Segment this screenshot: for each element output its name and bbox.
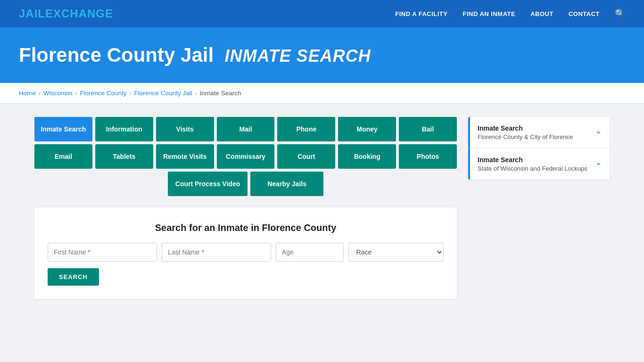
sep-3: › xyxy=(130,90,132,97)
tab-court-process-video[interactable]: Court Process Video xyxy=(168,172,248,196)
tabs-row2: Email Tablets Remote Visits Commissary C… xyxy=(34,144,457,169)
search-button[interactable]: SEARCH xyxy=(48,268,99,286)
breadcrumb-florence-county-jail[interactable]: Florence County Jail xyxy=(134,90,192,97)
tab-tablets[interactable]: Tablets xyxy=(95,144,153,169)
breadcrumb: Home › Wisconsin › Florence County › Flo… xyxy=(0,83,644,104)
sidebar-item-2-subtitle: State of Wisconsin and Federal Lockups xyxy=(478,165,587,172)
last-name-input[interactable] xyxy=(162,243,271,262)
tab-email[interactable]: Email xyxy=(34,144,92,169)
tab-nearby-jails[interactable]: Nearby Jails xyxy=(250,172,323,196)
sep-2: › xyxy=(75,90,77,97)
breadcrumb-current: Inmate Search xyxy=(200,90,241,97)
tab-bail[interactable]: Bail xyxy=(399,117,457,141)
tab-money[interactable]: Money xyxy=(338,117,396,141)
first-name-input[interactable] xyxy=(48,243,157,262)
sidebar-item-2-text: Inmate Search State of Wisconsin and Fed… xyxy=(478,156,587,172)
tabs-row3: Court Process Video Nearby Jails xyxy=(34,172,457,196)
logo-exchange: EXCHANGE xyxy=(45,7,113,20)
tab-phone[interactable]: Phone xyxy=(277,117,335,141)
logo[interactable]: JAILEXCHANGE xyxy=(19,7,113,20)
tabs-row1: Inmate Search Information Visits Mail Ph… xyxy=(34,117,457,141)
hero-section: Florence County Jail INMATE SEARCH xyxy=(0,27,644,83)
breadcrumb-home[interactable]: Home xyxy=(19,90,36,97)
navbar: JAILEXCHANGE FIND A FACILITY FIND AN INM… xyxy=(0,0,644,27)
breadcrumb-florence-county[interactable]: Florence County xyxy=(80,90,127,97)
tab-visits[interactable]: Visits xyxy=(156,117,214,141)
age-input[interactable] xyxy=(276,243,344,262)
left-column: Inmate Search Information Visits Mail Ph… xyxy=(34,117,457,299)
sidebar-item-1-text: Inmate Search Florence County & City of … xyxy=(478,124,573,140)
search-form-row: Race White Black Hispanic Asian Native A… xyxy=(48,243,444,262)
race-select[interactable]: Race White Black Hispanic Asian Native A… xyxy=(348,243,444,262)
page-title: Florence County Jail INMATE SEARCH xyxy=(19,44,625,66)
tab-commissary[interactable]: Commissary xyxy=(217,144,275,169)
nav-contact[interactable]: CONTACT xyxy=(569,9,600,18)
tab-inmate-search[interactable]: Inmate Search xyxy=(34,117,92,141)
right-sidebar: Inmate Search Florence County & City of … xyxy=(468,117,610,181)
sidebar-item-1[interactable]: Inmate Search Florence County & City of … xyxy=(468,117,610,148)
tab-information[interactable]: Information xyxy=(95,117,153,141)
nav-find-inmate[interactable]: FIND AN INMATE xyxy=(462,9,515,18)
sidebar-item-2[interactable]: Inmate Search State of Wisconsin and Fed… xyxy=(468,148,610,180)
nav-search-icon[interactable]: 🔍 xyxy=(615,8,625,19)
chevron-down-icon-2: ⌄ xyxy=(595,157,602,167)
sep-4: › xyxy=(195,90,197,97)
tab-court[interactable]: Court xyxy=(277,144,335,169)
nav-about[interactable]: ABOUT xyxy=(530,9,553,18)
tab-mail[interactable]: Mail xyxy=(217,117,275,141)
nav-links: FIND A FACILITY FIND AN INMATE ABOUT CON… xyxy=(395,8,625,19)
chevron-down-icon-1: ⌄ xyxy=(595,125,602,136)
breadcrumb-wisconsin[interactable]: Wisconsin xyxy=(43,90,73,97)
sidebar-item-1-subtitle: Florence County & City of Florence xyxy=(478,133,573,140)
search-title: Search for an Inmate in Florence County xyxy=(48,222,444,233)
sidebar-card: Inmate Search Florence County & City of … xyxy=(468,117,610,180)
tab-booking[interactable]: Booking xyxy=(338,144,396,169)
search-card: Search for an Inmate in Florence County … xyxy=(34,207,457,299)
tab-photos[interactable]: Photos xyxy=(399,144,457,169)
sidebar-item-1-title: Inmate Search xyxy=(478,124,573,132)
sidebar-item-2-title: Inmate Search xyxy=(478,156,587,164)
main-container: Inmate Search Information Visits Mail Ph… xyxy=(20,104,624,312)
nav-find-facility[interactable]: FIND A FACILITY xyxy=(395,9,447,18)
tab-remote-visits[interactable]: Remote Visits xyxy=(156,144,214,169)
logo-jail: JAIL xyxy=(19,7,45,20)
sep-1: › xyxy=(39,90,41,97)
